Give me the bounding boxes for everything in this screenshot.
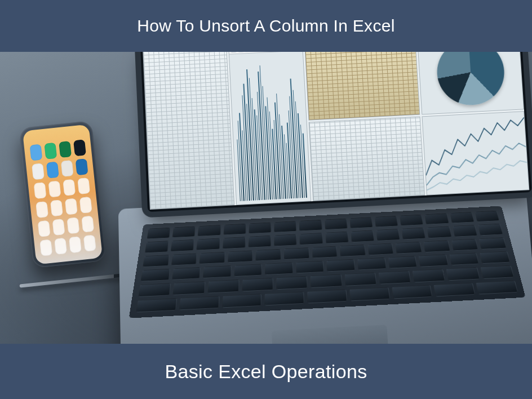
app-icon bbox=[52, 219, 65, 236]
hero-image bbox=[0, 52, 532, 344]
app-icon bbox=[77, 178, 90, 194]
bar-chart bbox=[233, 52, 307, 201]
app-icon bbox=[81, 216, 94, 233]
footer-title: Basic Excel Operations bbox=[165, 361, 367, 383]
line-chart-panel bbox=[422, 111, 530, 196]
app-icon bbox=[54, 238, 67, 255]
excel-dashboard bbox=[143, 52, 529, 210]
app-icon bbox=[36, 201, 48, 218]
app-icon bbox=[32, 163, 45, 180]
laptop-keyboard bbox=[129, 206, 526, 318]
laptop bbox=[110, 52, 532, 344]
line-chart bbox=[423, 112, 529, 195]
app-icon bbox=[44, 143, 57, 159]
app-icon bbox=[69, 236, 82, 253]
app-icon bbox=[48, 180, 61, 197]
app-icon bbox=[79, 197, 92, 214]
page-title: How To Unsort A Column In Excel bbox=[137, 16, 394, 36]
header-banner: How To Unsort A Column In Excel bbox=[0, 0, 532, 52]
footer-banner: Basic Excel Operations bbox=[0, 344, 532, 399]
app-icon bbox=[61, 160, 74, 177]
app-icon bbox=[39, 240, 52, 256]
pie-chart bbox=[435, 52, 506, 107]
app-icon bbox=[76, 158, 88, 175]
app-icon bbox=[30, 144, 43, 161]
app-icon bbox=[73, 139, 86, 156]
app-icon bbox=[83, 234, 96, 251]
app-icon bbox=[46, 162, 59, 179]
spreadsheet-panel bbox=[304, 52, 420, 120]
bar-chart-panel bbox=[228, 52, 311, 205]
phone-screen bbox=[23, 124, 103, 264]
laptop-base bbox=[118, 188, 532, 344]
spreadsheet-panel bbox=[308, 116, 425, 201]
app-icon bbox=[65, 198, 78, 215]
phone-app-grid bbox=[30, 139, 96, 256]
app-icon bbox=[34, 182, 47, 199]
app-icon bbox=[66, 217, 79, 234]
spreadsheet-panel bbox=[143, 52, 234, 210]
laptop-trackpad bbox=[272, 325, 388, 344]
laptop-screen bbox=[140, 52, 532, 212]
app-icon bbox=[59, 141, 72, 158]
pie-chart-panel bbox=[417, 52, 524, 114]
app-icon bbox=[50, 200, 63, 216]
app-icon bbox=[63, 179, 76, 196]
smartphone bbox=[19, 121, 106, 268]
app-icon bbox=[38, 220, 51, 237]
